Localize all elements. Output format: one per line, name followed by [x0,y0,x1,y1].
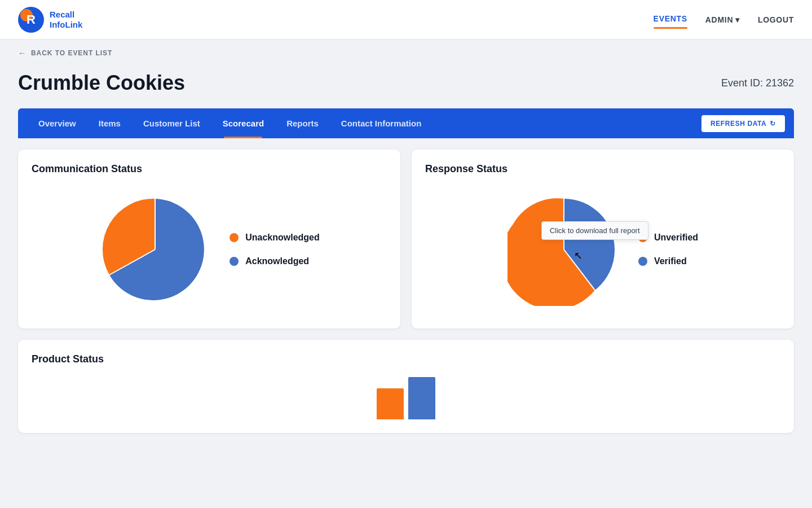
tab-items[interactable]: Items [87,108,132,138]
response-pie-svg [508,193,620,306]
logo-line1: Recall [50,10,82,20]
refresh-icon: ↻ [770,120,776,128]
legend-verified: Verified [638,256,698,266]
tab-contact-information[interactable]: Contact Information [330,108,433,138]
legend-unacknowledged: Unacknowledged [230,233,320,243]
nav-logout[interactable]: LOGOUT [758,15,794,24]
legend-acknowledged: Acknowledged [230,256,320,266]
chevron-down-icon: ▾ [735,15,740,24]
product-bar-chart[interactable] [32,374,780,419]
nav-admin[interactable]: ADMIN ▾ [705,15,740,24]
acknowledged-dot [230,257,239,266]
page-title: Crumble Cookies [18,71,185,95]
unacknowledged-dot [230,233,239,242]
charts-row: Communication Status [18,138,794,329]
communication-status-card: Communication Status [18,150,400,329]
communication-chart-area: Unacknowledged Acknowledged [32,184,387,315]
bar-orange [377,388,404,419]
product-status-title: Product Status [32,353,780,365]
main-nav: EVENTS ADMIN ▾ LOGOUT [654,14,794,25]
response-pie-chart[interactable]: Click to download full report ↖ [508,193,620,306]
header: Recall InfoLink EVENTS ADMIN ▾ LOGOUT [0,0,812,40]
nav-events[interactable]: EVENTS [654,14,687,25]
logo-area: Recall InfoLink [18,7,82,33]
tab-overview[interactable]: Overview [27,108,87,138]
back-arrow-icon: ← [18,49,27,58]
response-chart-area: Click to download full report ↖ Unverifi… [425,184,780,315]
tab-bar: Overview Items Customer List Scorecard R… [18,108,794,138]
communication-status-title: Communication Status [32,163,387,175]
tab-customer-list[interactable]: Customer List [132,108,211,138]
back-to-event-list-link[interactable]: ← BACK TO EVENT LIST [18,49,794,58]
product-status-card: Product Status [18,340,794,433]
logo-line2: InfoLink [50,20,82,30]
bar-blue [408,377,435,419]
communication-legend: Unacknowledged Acknowledged [230,233,320,266]
tab-scorecard[interactable]: Scorecard [211,108,275,138]
logo-text: Recall InfoLink [50,10,82,30]
main-content: Communication Status [0,138,812,451]
page-title-area: Crumble Cookies Event ID: 21362 [0,67,812,108]
verified-dot [638,257,647,266]
back-bar: ← BACK TO EVENT LIST [0,40,812,67]
logo-icon [18,7,44,33]
response-status-card: Response Status Click to download full r… [412,150,794,329]
communication-pie-chart[interactable] [99,193,211,306]
download-report-tooltip[interactable]: Click to download full report [541,221,648,240]
event-id: Event ID: 21362 [721,77,794,89]
communication-pie-svg [99,193,211,306]
refresh-data-button[interactable]: REFRESH DATA ↻ [701,115,785,132]
response-status-title: Response Status [425,163,780,175]
tab-reports[interactable]: Reports [275,108,330,138]
